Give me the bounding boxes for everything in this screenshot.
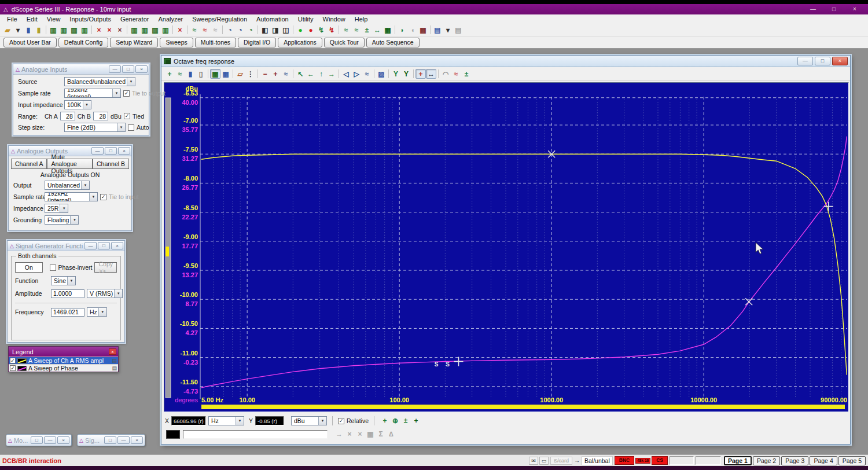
cursor-track-icon[interactable]: ↔ [426, 69, 436, 79]
horizontal-scrollbar[interactable] [201, 405, 845, 409]
grounding-select[interactable]: Floating ▼ [45, 215, 79, 225]
trace-amplitude[interactable] [201, 154, 847, 375]
edit-axes-icon[interactable]: ▱ [235, 69, 245, 79]
save-icon[interactable]: ▮ [23, 25, 34, 35]
panel-close-button[interactable]: × [135, 65, 148, 73]
grid-snap-icon[interactable]: ▦ [365, 429, 376, 439]
overlay-wave-icon[interactable]: ≈ [451, 69, 461, 79]
source-select[interactable]: Balanced/unbalanced ▼ [64, 77, 135, 86]
menu-item[interactable]: Help [350, 16, 373, 23]
prev-point-icon[interactable]: ◁ [341, 69, 351, 79]
page-button[interactable]: Page 4 [810, 456, 837, 465]
maximize-button[interactable]: — [44, 436, 56, 444]
menu-item[interactable]: Automation [252, 16, 293, 23]
mute-b-icon[interactable]: × [104, 25, 115, 35]
pan-right-icon[interactable]: → [326, 69, 337, 79]
mute-all-icon[interactable]: × [115, 25, 125, 35]
grid-setup-icon[interactable]: ⋮ [245, 69, 256, 79]
vertical-scrollbar-thumb[interactable] [165, 247, 169, 256]
dropdown-arrow-icon[interactable]: ▼ [83, 101, 91, 109]
tied-checkbox[interactable]: ✓ [124, 113, 130, 119]
copy-trace-icon[interactable]: ▯ [196, 69, 206, 79]
amplitude-unit-select[interactable]: V (RMS) ▼ [87, 289, 123, 298]
journal-icon[interactable]: ▦ [418, 25, 428, 35]
panel-maximize-button[interactable]: □ [98, 242, 110, 249]
panel-minimize-button[interactable]: — [109, 65, 121, 73]
panel-minimize-button[interactable]: — [84, 242, 97, 249]
range-cha-input[interactable]: 28 [60, 112, 75, 120]
dropdown-arrow-icon[interactable]: ▼ [318, 417, 326, 425]
grid-style-blue-icon[interactable]: ▦ [220, 69, 231, 79]
tie-to-output-checkbox[interactable]: ✓ [123, 90, 130, 97]
userbar-button[interactable]: Setup Wizard [110, 38, 158, 47]
grid-style-green-icon[interactable]: ▦ [210, 69, 220, 79]
userbar-button[interactable]: Applications [278, 38, 322, 47]
report-view-icon[interactable]: ▤ [453, 25, 464, 35]
dropdown-arrow-icon[interactable]: ▼ [98, 308, 106, 316]
meter-a-icon[interactable]: ◔ [225, 25, 235, 35]
cursor-y-unit-select[interactable]: dBu ▼ [291, 416, 327, 425]
legend-item-amplitude[interactable]: ✓ A Sweep of Ch A RMS ampl ▤ [9, 357, 118, 364]
page-button[interactable]: Page 1 [724, 456, 752, 465]
input-all-icon[interactable]: ▥ [160, 25, 171, 35]
output-select[interactable]: Unbalanced ▼ [45, 181, 90, 190]
menu-item[interactable]: Window [318, 16, 350, 23]
dropdown-arrow-icon[interactable]: ▼ [70, 216, 78, 224]
script-grid-icon[interactable]: ▦ [382, 25, 393, 35]
panel-maximize-button[interactable]: □ [105, 147, 117, 155]
signal-generator-titlebar[interactable]: △ Signal Generator Functi... — □ × [8, 241, 124, 251]
close-button[interactable]: × [131, 436, 143, 444]
copy-button[interactable]: Copy >> [94, 262, 117, 273]
page-button[interactable]: Page 2 [753, 456, 780, 465]
cursor-reference-icon[interactable]: ± [400, 416, 411, 426]
app-titlebar[interactable]: △ dScope Series III - Response - 10mv in… [0, 4, 868, 14]
close-button[interactable]: × [57, 436, 69, 444]
userbar-button[interactable]: Multi-tones [195, 38, 236, 47]
plot-area[interactable]: S SdBu-6.53-7.00-7.50-8.00-8.50-9.00-9.5… [164, 82, 849, 412]
menu-item[interactable]: Inputs/Outputs [65, 16, 116, 23]
limit-icon[interactable]: ∆ [386, 429, 396, 439]
output-all-icon[interactable]: ▥ [79, 25, 90, 35]
pan-up-icon[interactable]: ↑ [316, 69, 326, 79]
dropdown-arrow-icon[interactable]: ▼ [67, 277, 75, 285]
menu-item[interactable]: Generator [116, 16, 154, 23]
cursor-x-unit-select[interactable]: Hz ▼ [208, 416, 244, 425]
menu-item[interactable]: Analyzer [153, 16, 187, 23]
sum-icon[interactable]: Σ [376, 429, 386, 439]
tie-to-input-checkbox[interactable]: ✓ [100, 194, 106, 200]
output-a-icon[interactable]: ▥ [48, 25, 58, 35]
amplitude-input[interactable]: 1.0000 [51, 289, 84, 298]
pause-icon[interactable]: ◖ [407, 25, 418, 35]
dropdown-arrow-icon[interactable]: ▼ [114, 289, 122, 298]
menu-item[interactable]: Utility [293, 16, 318, 23]
meter-ab-icon[interactable]: ◔ [245, 25, 256, 35]
trace-1-icon[interactable]: ≈ [341, 25, 351, 35]
app-maximize-button[interactable]: □ [827, 5, 840, 13]
mail-icon[interactable]: ✉ [529, 457, 538, 465]
trace-limits-icon[interactable]: ± [362, 25, 372, 35]
function-select[interactable]: Sine ▼ [51, 276, 76, 285]
channel-b-icon[interactable]: ◨ [270, 25, 281, 35]
delete-all-icon[interactable]: × [355, 429, 365, 439]
cursor-centre-icon[interactable]: ⊕ [390, 416, 400, 426]
smooth-trace-icon[interactable]: ▨ [376, 69, 387, 79]
split-y-icon[interactable]: Y [391, 69, 401, 79]
phase-invert-checkbox[interactable] [50, 265, 56, 271]
comment-input[interactable] [183, 430, 328, 439]
trace-visible-checkbox[interactable]: ✓ [10, 358, 16, 363]
trigger-down-icon[interactable]: ↯ [326, 25, 337, 35]
panel-close-button[interactable]: × [118, 147, 130, 155]
page-button[interactable]: Page 3 [781, 456, 808, 465]
relative-checkbox[interactable]: ✓ [338, 418, 344, 424]
play-icon[interactable]: ◗ [397, 25, 407, 35]
menu-item[interactable]: Edit [22, 16, 42, 23]
monitor-icon[interactable]: ▭ [539, 457, 549, 465]
dropdown-arrow-icon[interactable]: ▼ [127, 78, 135, 86]
append-icon[interactable]: → [334, 429, 344, 439]
channel-a-button[interactable]: Channel A [11, 159, 47, 169]
dropdown-arrow-icon[interactable]: ▼ [60, 204, 68, 212]
sample-rate-select[interactable]: 192kHz (internal) ▼ [64, 89, 121, 98]
input-ab-icon[interactable]: ▥ [150, 25, 160, 35]
report-menu-arrow[interactable]: ▾ [443, 25, 453, 35]
meter-b-icon[interactable]: ◔ [235, 25, 245, 35]
